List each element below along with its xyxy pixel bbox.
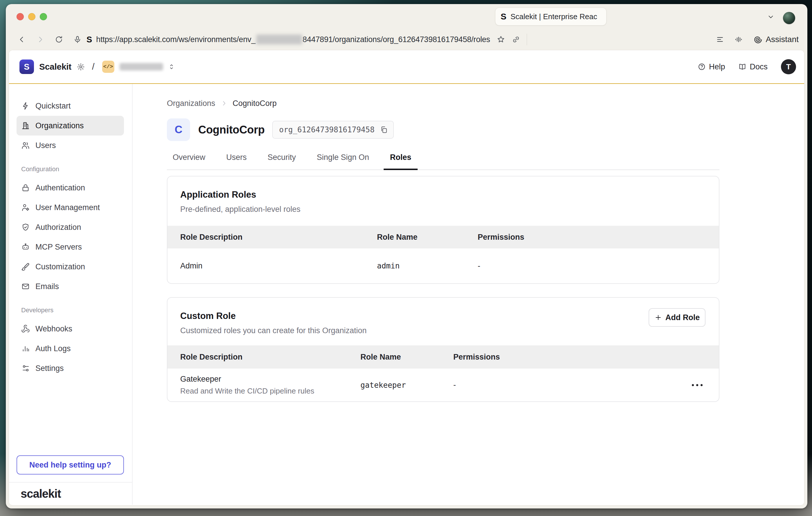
sidebar-item-label: User Management bbox=[35, 203, 100, 212]
role-name-cell: admin bbox=[377, 261, 478, 270]
permissions-cell: - bbox=[478, 261, 719, 270]
custom-roles-title: Custom Role bbox=[180, 311, 706, 321]
table-row: Gatekeeper Read and Write the CI/CD pipe… bbox=[168, 369, 719, 401]
org-tabs: Overview Users Security Single Sign On R… bbox=[167, 153, 719, 170]
workspace-settings-gear-icon[interactable] bbox=[77, 63, 85, 71]
org-title-row: C CognitoCorp org_61264739816179458 bbox=[167, 118, 804, 141]
table-header: Role Description Role Name Permissions bbox=[168, 345, 719, 369]
voice-waveform-icon[interactable] bbox=[734, 35, 743, 44]
reading-list-icon[interactable] bbox=[716, 35, 724, 44]
add-role-label: Add Role bbox=[665, 313, 700, 322]
shield-check-icon bbox=[21, 223, 30, 232]
sidebar-section-configuration: Configuration bbox=[21, 161, 132, 178]
sidebar-item-label: Auth Logs bbox=[35, 344, 71, 353]
sidebar-item-settings[interactable]: Settings bbox=[17, 359, 124, 378]
reload-icon[interactable] bbox=[55, 35, 63, 44]
custom-roles-card: Custom Role Customized roles you can cre… bbox=[167, 297, 719, 402]
row-menu-ellipsis-icon[interactable] bbox=[692, 384, 703, 386]
tab-favicon-icon: S bbox=[501, 11, 506, 22]
column-permissions: Permissions bbox=[478, 233, 719, 242]
application-roles-title: Application Roles bbox=[180, 189, 706, 200]
help-circle-icon bbox=[698, 63, 706, 71]
bookmark-star-icon[interactable] bbox=[497, 35, 505, 44]
org-name: CognitoCorp bbox=[198, 124, 265, 136]
tab-roles[interactable]: Roles bbox=[390, 153, 411, 170]
tab-overview[interactable]: Overview bbox=[173, 153, 205, 170]
assistant-spiral-icon bbox=[753, 35, 762, 44]
address-bar[interactable]: https://app.scalekit.com/ws/environments… bbox=[96, 34, 490, 45]
assistant-button[interactable]: Assistant bbox=[753, 35, 799, 44]
column-permissions: Permissions bbox=[453, 353, 719, 362]
tab-list-chevron-down-icon[interactable] bbox=[767, 13, 775, 21]
help-button[interactable]: Help bbox=[698, 62, 725, 71]
breadcrumb: Organizations CognitoCorp bbox=[167, 98, 804, 108]
building-icon bbox=[21, 121, 30, 130]
brand-name: Scalekit bbox=[39, 62, 71, 72]
forward-icon[interactable] bbox=[36, 35, 45, 44]
browser-profile-avatar[interactable] bbox=[783, 12, 795, 24]
tab-title: Scalekit | Enterprise Reac bbox=[511, 12, 597, 21]
webhook-icon bbox=[21, 324, 30, 333]
sidebar-item-user-management[interactable]: User Management bbox=[17, 198, 124, 218]
sidebar-item-authorization[interactable]: Authorization bbox=[17, 218, 124, 237]
column-role-name: Role Name bbox=[377, 233, 478, 242]
breadcrumb-organizations[interactable]: Organizations bbox=[167, 99, 215, 108]
zoom-window-button[interactable] bbox=[40, 13, 47, 20]
role-description-sub: Read and Write the CI/CD pipeline rules bbox=[180, 386, 360, 396]
add-role-button[interactable]: Add Role bbox=[648, 308, 705, 327]
sidebar-item-users[interactable]: Users bbox=[17, 136, 124, 155]
browser-tab[interactable]: S Scalekit | Enterprise Reac bbox=[495, 7, 607, 26]
copy-icon[interactable] bbox=[380, 126, 388, 134]
custom-roles-subtitle: Customized roles you can create for this… bbox=[180, 326, 706, 336]
sidebar-item-label: Settings bbox=[35, 364, 64, 373]
url-suffix: 8447891/organizations/org_61264739816179… bbox=[303, 35, 490, 44]
url-favicon-icon: S bbox=[86, 35, 92, 45]
zap-icon bbox=[21, 102, 30, 110]
envelope-icon bbox=[21, 282, 30, 291]
column-role-description: Role Description bbox=[180, 353, 360, 362]
plus-icon bbox=[655, 314, 662, 321]
browser-toolbar: S https://app.scalekit.com/ws/environmen… bbox=[6, 29, 807, 50]
org-avatar: C bbox=[167, 118, 190, 141]
user-gear-icon bbox=[21, 203, 30, 212]
sidebar-item-mcp-servers[interactable]: MCP Servers bbox=[17, 237, 124, 257]
sidebar-item-webhooks[interactable]: Webhooks bbox=[17, 319, 124, 339]
app-header: S Scalekit / </> Help Docs T bbox=[9, 50, 804, 84]
org-id: org_61264739816179458 bbox=[279, 125, 375, 134]
environment-name-redacted bbox=[120, 63, 163, 70]
tab-single-sign-on[interactable]: Single Sign On bbox=[317, 153, 369, 170]
url-redacted-segment bbox=[256, 34, 302, 45]
sidebar-item-auth-logs[interactable]: Auth Logs bbox=[17, 339, 124, 359]
tab-users[interactable]: Users bbox=[226, 153, 247, 170]
back-icon[interactable] bbox=[18, 35, 26, 44]
sidebar-item-label: Organizations bbox=[35, 121, 84, 130]
tab-security[interactable]: Security bbox=[267, 153, 296, 170]
application-roles-card: Application Roles Pre-defined, applicati… bbox=[167, 176, 719, 284]
docs-button[interactable]: Docs bbox=[738, 62, 767, 71]
user-avatar[interactable]: T bbox=[781, 59, 796, 74]
need-help-button[interactable]: Need help setting up? bbox=[17, 455, 124, 475]
microphone-icon[interactable] bbox=[73, 35, 82, 44]
sidebar-item-quickstart[interactable]: Quickstart bbox=[17, 96, 124, 116]
column-role-description: Role Description bbox=[180, 233, 377, 242]
sidebar-item-label: Emails bbox=[35, 282, 59, 291]
sidebar-footer: scalekit bbox=[9, 482, 132, 505]
browser-window: S Scalekit | Enterprise Reac S https://a… bbox=[6, 4, 807, 509]
sidebar-section-developers: Developers bbox=[21, 302, 132, 319]
sidebar-item-authentication[interactable]: Authentication bbox=[17, 178, 124, 198]
web-content: S Scalekit / </> Help Docs T bbox=[9, 50, 805, 506]
scalekit-logo[interactable]: S bbox=[20, 59, 34, 74]
minimize-window-button[interactable] bbox=[28, 13, 35, 20]
close-window-button[interactable] bbox=[17, 13, 24, 20]
copy-link-icon[interactable] bbox=[512, 35, 520, 44]
sidebar-item-customization[interactable]: Customization bbox=[17, 257, 124, 277]
environment-selector-chevrons-icon[interactable] bbox=[168, 63, 175, 70]
sidebar: Quickstart Organizations Users Configura… bbox=[9, 84, 133, 505]
sidebar-item-label: MCP Servers bbox=[35, 242, 82, 252]
sidebar-item-emails[interactable]: Emails bbox=[17, 277, 124, 296]
table-header: Role Description Role Name Permissions bbox=[168, 226, 719, 249]
main-content: Organizations CognitoCorp C CognitoCorp … bbox=[133, 84, 804, 505]
permissions-cell: - bbox=[453, 380, 719, 390]
sidebar-item-organizations[interactable]: Organizations bbox=[17, 116, 124, 136]
bar-chart-icon bbox=[21, 344, 30, 353]
